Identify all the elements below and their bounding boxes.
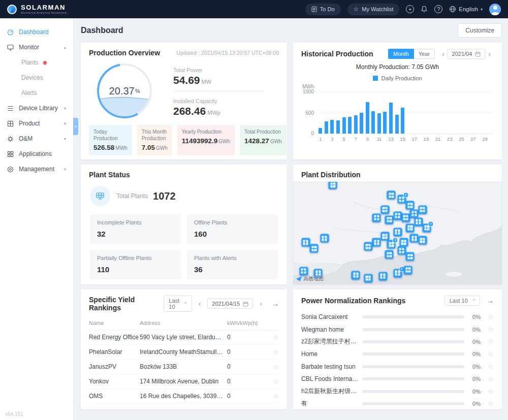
plant-cluster-marker[interactable] <box>372 238 381 247</box>
toggle-year[interactable]: Year <box>414 49 435 59</box>
offline-plants-tile[interactable]: Offline Plants 160 <box>187 214 278 244</box>
plant-cluster-marker[interactable] <box>393 228 402 236</box>
plant-cluster-marker[interactable] <box>352 271 360 279</box>
plant-cluster-marker[interactable] <box>410 209 419 218</box>
plant-cluster-marker[interactable] <box>393 211 402 220</box>
star-icon[interactable]: ☆ <box>481 400 494 407</box>
yield-table-row[interactable]: JanuszPV Bozków 133B 0 ☆ <box>89 360 279 374</box>
plant-cluster-marker[interactable] <box>406 201 415 210</box>
add-plant-icon[interactable]: + <box>406 5 414 13</box>
power-ranking-row[interactable]: CBL Foods Internati... 0% ☆ <box>301 373 494 385</box>
plant-cluster-marker[interactable]: + <box>397 195 406 204</box>
plant-cluster-marker[interactable]: + <box>393 269 402 277</box>
star-icon[interactable]: ☆ <box>266 393 279 400</box>
plant-cluster-marker[interactable] <box>406 223 415 232</box>
partially-offline-plants-tile[interactable]: Partially Offline Plants 110 <box>90 250 181 279</box>
notifications-bell-icon[interactable] <box>421 6 428 13</box>
plant-cluster-marker[interactable] <box>401 213 410 222</box>
range-select[interactable]: Last 10 ^ <box>164 296 192 312</box>
plant-cluster-marker[interactable] <box>301 238 310 247</box>
tile-unit: GWh <box>156 145 168 151</box>
goto-yield-rankings-button[interactable]: → <box>272 300 279 308</box>
plant-cluster-marker[interactable] <box>378 272 387 280</box>
plant-cluster-marker[interactable] <box>414 217 423 226</box>
next-month-button[interactable]: › <box>485 50 494 58</box>
power-ranking-row[interactable]: z2彭家湾黑拉子村级... 0% ☆ <box>301 336 494 348</box>
plant-cluster-marker[interactable] <box>399 238 408 247</box>
plant-distribution-map[interactable]: 高德地图 ++++ <box>293 182 502 284</box>
plant-cluster-marker[interactable] <box>380 205 389 214</box>
sidebar-item-management[interactable]: Management ▾ <box>0 161 73 177</box>
star-icon[interactable]: ☆ <box>481 338 494 345</box>
plant-cluster-marker[interactable] <box>310 244 319 253</box>
star-icon[interactable]: ☆ <box>481 363 494 370</box>
sidebar-item-product[interactable]: Product ▾ <box>0 116 73 131</box>
star-icon[interactable]: ☆ <box>481 387 494 395</box>
plant-cluster-marker[interactable] <box>418 205 427 214</box>
customize-button[interactable]: Customize <box>458 23 502 38</box>
sidebar-item-monitor[interactable]: Monitor ▴ <box>0 40 73 55</box>
plant-cluster-marker[interactable] <box>385 215 394 224</box>
plant-cluster-marker[interactable] <box>299 267 308 275</box>
bar-slot-day-18 <box>418 91 424 134</box>
month-picker[interactable]: 2021/04 <box>448 49 486 59</box>
sidebar-item-plants[interactable]: Plants <box>0 55 73 70</box>
plant-cluster-marker[interactable] <box>320 234 329 243</box>
power-ranking-row[interactable]: 有 0% ☆ <box>301 398 494 409</box>
plant-address: IrelandCounty MeathStamullin... <box>140 348 227 356</box>
range-select[interactable]: Last 10 ^ <box>444 296 480 306</box>
next-day-button[interactable]: › <box>257 300 265 308</box>
star-icon[interactable]: ☆ <box>481 326 494 333</box>
help-icon[interactable]: ? <box>434 5 442 13</box>
power-ranking-row[interactable]: Barbate testing tsun 0% ☆ <box>301 361 494 373</box>
power-ranking-row[interactable]: Wiegman home 0% ☆ <box>301 323 494 335</box>
language-selector[interactable]: English ▾ <box>449 6 483 13</box>
goto-power-rankings-button[interactable]: → <box>487 297 494 305</box>
yield-table-row[interactable]: Red Energy Office 590 Vacy Lyle street, … <box>89 330 279 345</box>
plant-cluster-marker[interactable] <box>404 266 412 274</box>
todo-button[interactable]: To Do <box>305 4 341 15</box>
plant-cluster-marker[interactable] <box>364 242 372 251</box>
yield-table-row[interactable]: Yonkov 174 Millbrook Avenue, Dublin 0 ☆ <box>89 374 279 389</box>
plant-cluster-marker[interactable] <box>410 234 419 243</box>
plant-cluster-marker[interactable] <box>372 213 381 222</box>
sidebar-collapse-handle[interactable]: « <box>73 118 78 135</box>
power-ranking-row[interactable]: h2后新秋新生村级电站 0% ☆ <box>301 385 494 397</box>
plant-cluster-marker[interactable] <box>380 232 389 241</box>
plants-with-alerts-tile[interactable]: Plants with Alerts 36 <box>187 250 278 279</box>
sidebar-item-dashboard[interactable]: Dashboard <box>0 24 73 40</box>
star-icon[interactable]: ☆ <box>266 363 279 371</box>
date-picker[interactable]: 2021/04/15 <box>207 299 253 309</box>
plant-cluster-marker[interactable] <box>364 274 372 282</box>
plant-cluster-marker[interactable]: + <box>423 223 431 232</box>
star-icon[interactable]: ☆ <box>266 378 279 385</box>
incomplete-plants-tile[interactable]: Incomplete Plants 32 <box>90 214 181 244</box>
sidebar-item-alerts[interactable]: Alerts <box>0 85 73 101</box>
plant-cluster-marker[interactable] <box>397 246 406 255</box>
yield-table-row[interactable]: OMS 16 Rue des Chapelles, 30390 ... 0 ☆ <box>89 389 279 404</box>
power-ranking-row[interactable]: Home 0% ☆ <box>301 348 494 360</box>
brand-logo[interactable]: SOLARMAN Monitored Analyzed Networked <box>0 4 74 15</box>
sidebar-item-applications[interactable]: Applications <box>0 146 73 161</box>
star-icon[interactable]: ☆ <box>266 334 279 341</box>
sidebar-item-om[interactable]: O&M ▾ <box>0 131 73 146</box>
star-icon[interactable]: ☆ <box>481 375 494 383</box>
star-icon[interactable]: ☆ <box>481 350 494 358</box>
watchlist-button[interactable]: ☆ My Watchlist <box>347 4 400 15</box>
plant-cluster-marker[interactable] <box>329 182 337 189</box>
avatar[interactable] <box>489 4 501 15</box>
star-icon[interactable]: ☆ <box>481 313 494 321</box>
power-ranking-row[interactable]: Sonia Carcaixent 0% ☆ <box>301 311 494 323</box>
plant-cluster-marker[interactable] <box>387 191 396 200</box>
prev-day-button[interactable]: ‹ <box>196 300 204 308</box>
plant-cluster-marker[interactable] <box>418 236 427 245</box>
prev-month-button[interactable]: ‹ <box>439 50 448 58</box>
yield-table-row[interactable]: PhelanSolar IrelandCounty MeathStamullin… <box>89 345 279 360</box>
plant-cluster-marker[interactable] <box>385 250 394 259</box>
plant-cluster-marker[interactable] <box>406 252 415 261</box>
sidebar-item-device-library[interactable]: Device Library ▾ <box>0 101 73 116</box>
plant-cluster-marker[interactable]: + <box>387 240 396 249</box>
sidebar-item-devices[interactable]: Devices <box>0 70 73 85</box>
toggle-month[interactable]: Month <box>388 49 414 59</box>
star-icon[interactable]: ☆ <box>266 348 279 356</box>
